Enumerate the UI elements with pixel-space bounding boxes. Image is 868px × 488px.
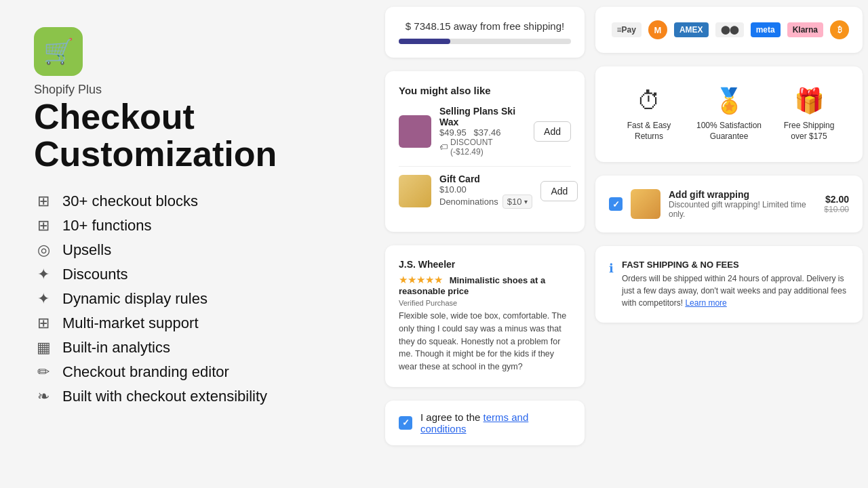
amex-icon: AMEX (674, 22, 709, 37)
upsell-gift-card-price: $10.00 (439, 184, 532, 195)
info-icon: ℹ (609, 261, 614, 276)
metamask-icon: M (648, 20, 667, 39)
add-gift-card-button[interactable]: Add (540, 181, 578, 201)
feature-item: ⊞10+ functions (34, 216, 346, 236)
feature-item: ⊞30+ checkout blocks (34, 191, 346, 211)
left-panel: 🛒 Shopify Plus CheckoutCustomization ⊞30… (0, 0, 380, 488)
shipping-progress-card: $ 7348.15 away from free shipping! (385, 7, 585, 58)
apple-pay-icon: ≡Pay (612, 22, 642, 37)
satisfaction-label: 100% SatisfactionGuarantee (696, 121, 762, 142)
shipping-info-text-block: FAST SHIPPING & NO FEES Orders will be s… (622, 260, 849, 309)
feature-label: Built with checkout extensibility (62, 388, 267, 405)
feature-label: Multi-market support (62, 314, 199, 332)
feature-icon: ✦ (34, 290, 53, 308)
learn-more-link[interactable]: Learn more (685, 298, 726, 308)
upsell-gift-card-image (399, 175, 431, 207)
center-column: $ 7348.15 away from free shipping! You m… (380, 0, 590, 488)
gift-checkmark-icon: ✓ (612, 199, 620, 209)
gift-wrap-card: ✓ Add gift wrapping Discounted gift wrap… (595, 176, 863, 232)
feature-icon: ⊞ (34, 192, 53, 210)
upsell-card: You might also like Selling Plans Ski Wa… (385, 71, 585, 232)
feature-item: ⊞Multi-market support (34, 313, 346, 333)
logo-wrapper: 🛒 (34, 27, 346, 76)
review-stars: ★★★★★ (399, 274, 443, 285)
upsell-ski-wax-image (399, 115, 431, 148)
shipping-info-card: ℹ FAST SHIPPING & NO FEES Orders will be… (595, 246, 863, 323)
agree-checkbox[interactable]: ✓ (399, 416, 412, 430)
upsell-gift-card-info: Gift Card $10.00 Denominations $10 ▾ (439, 174, 532, 209)
fast-returns-label: Fast & EasyReturns (627, 121, 671, 142)
klarna-icon: Klarna (787, 22, 823, 37)
feature-list: ⊞30+ checkout blocks⊞10+ functions◎Upsel… (34, 191, 346, 407)
gift-wrap-row: ✓ Add gift wrapping Discounted gift wrap… (609, 189, 849, 219)
feature-item: ✏Checkout branding editor (34, 362, 346, 382)
fast-returns-icon: ⏱ (637, 87, 661, 115)
upsell-gift-card-name: Gift Card (439, 174, 532, 184)
upsell-ski-wax-prices: $49.95 $37.46 (439, 127, 526, 138)
shipping-info-body: Orders will be shipped within 24 hours o… (622, 272, 849, 309)
checkmark-icon: ✓ (402, 418, 410, 428)
agree-text: I agree to the terms and conditions (420, 411, 571, 434)
upsell-ski-wax-discount: 🏷 DISCOUNT (-$12.49) (439, 138, 526, 157)
feature-label: 10+ functions (62, 217, 151, 235)
shipping-text: $ 7348.15 away from free shipping! (399, 20, 571, 32)
upsell-item-gift-card: Gift Card $10.00 Denominations $10 ▾ Add (399, 174, 571, 209)
feature-label: Built-in analytics (62, 339, 170, 357)
feature-label: Checkout branding editor (62, 363, 229, 381)
app-logo: 🛒 (34, 27, 83, 76)
progress-bar-fill (399, 39, 450, 44)
shopify-plus-label: Shopify Plus (34, 83, 346, 97)
denomination-row: Denominations $10 ▾ (439, 195, 532, 209)
gift-new-price: $2.00 (824, 194, 849, 205)
fast-returns-badge: ⏱ Fast & EasyReturns (609, 87, 689, 142)
review-text: Flexible sole, wide toe box, comfortable… (399, 310, 571, 373)
meta-icon: meta (751, 22, 781, 37)
free-shipping-badge: 🎁 Free Shippingover $175 (769, 87, 849, 142)
gift-wrap-image (631, 189, 660, 219)
reviewer-name: J.S. Wheeler (399, 259, 571, 270)
gift-wrap-checkbox[interactable]: ✓ (609, 197, 623, 211)
feature-icon: ⊞ (34, 217, 53, 235)
trust-badges-row: ⏱ Fast & EasyReturns 🏅 100% Satisfaction… (609, 80, 849, 148)
feature-icon: ⊞ (34, 314, 53, 332)
review-header: ★★★★★ Minimalistic shoes at a reasonable… (399, 274, 571, 296)
bitcoin-icon: ₿ (830, 20, 849, 39)
add-ski-wax-button[interactable]: Add (534, 121, 571, 142)
upsell-ski-wax-name: Selling Plans Ski Wax (439, 106, 526, 127)
feature-label: Discounts (62, 266, 128, 283)
gift-old-price: $10.00 (824, 205, 849, 214)
feature-item: ✦Dynamic display rules (34, 289, 346, 309)
free-shipping-icon: 🎁 (794, 87, 825, 115)
denomination-label: Denominations (439, 197, 498, 207)
free-shipping-label: Free Shippingover $175 (784, 121, 835, 142)
review-card: J.S. Wheeler ★★★★★ Minimalistic shoes at… (385, 245, 585, 387)
right-area: $ 7348.15 away from free shipping! You m… (380, 0, 868, 488)
gift-wrap-name: Add gift wrapping (669, 189, 816, 200)
payment-icons-row: ≡Pay M AMEX ⬤⬤ meta Klarna ₿ (609, 20, 849, 39)
upsell-title: You might also like (399, 85, 571, 96)
tag-icon: 🏷 (439, 142, 448, 152)
shipping-info-title: FAST SHIPPING & NO FEES (622, 260, 849, 270)
upsell-ski-wax-info: Selling Plans Ski Wax $49.95 $37.46 🏷 DI… (439, 106, 526, 157)
shipping-info-content: ℹ FAST SHIPPING & NO FEES Orders will be… (609, 260, 849, 309)
gift-wrap-description: Discounted gift wrapping! Limited time o… (669, 200, 816, 219)
feature-label: Dynamic display rules (62, 290, 208, 308)
right-column: ≡Pay M AMEX ⬤⬤ meta Klarna ₿ ⏱ Fast & Ea… (590, 0, 868, 488)
denomination-select[interactable]: $10 ▾ (502, 195, 533, 209)
payment-icons-card: ≡Pay M AMEX ⬤⬤ meta Klarna ₿ (595, 7, 863, 53)
trust-badges-card: ⏱ Fast & EasyReturns 🏅 100% Satisfaction… (595, 66, 863, 162)
feature-item: ✦Discounts (34, 264, 346, 285)
feature-icon: ✏ (34, 363, 53, 381)
feature-item: ◎Upsells (34, 240, 346, 260)
main-title: CheckoutCustomization (34, 98, 346, 172)
gift-wrap-price: $2.00 $10.00 (824, 194, 849, 214)
progress-bar-background (399, 39, 571, 44)
agree-card: ✓ I agree to the terms and conditions (385, 401, 585, 445)
verified-badge: Verified Purchase (399, 299, 571, 307)
logo-emoji: 🛒 (43, 37, 74, 66)
mastercard-icon: ⬤⬤ (715, 22, 744, 37)
feature-label: 30+ checkout blocks (62, 192, 198, 210)
satisfaction-icon: 🏅 (714, 87, 745, 115)
feature-icon: ◎ (34, 241, 53, 259)
gift-wrap-info: Add gift wrapping Discounted gift wrappi… (669, 189, 816, 219)
